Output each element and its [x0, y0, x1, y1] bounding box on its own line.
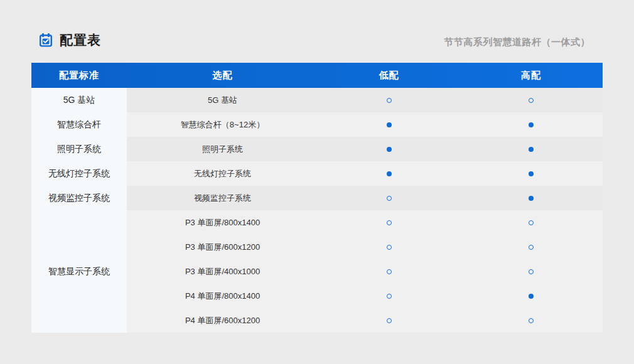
group-rows: 视频监控子系统 [127, 186, 603, 210]
high-config-cell [459, 161, 603, 186]
column-header-standard: 配置标准 [31, 63, 127, 88]
group-rows: 5G 基站 [127, 88, 603, 112]
dot-open-icon [529, 245, 534, 250]
table-row: 视频监控子系统 [127, 186, 603, 210]
page-title: 配置表 [60, 31, 101, 49]
table-row: 照明子系统 [127, 137, 603, 161]
dot-open-icon [387, 269, 392, 274]
low-config-cell [318, 210, 459, 235]
option-cell: 智慧综合杆（8~12米） [127, 112, 318, 137]
table-row: P4 单面屏/800x1400 [127, 284, 603, 308]
dot-open-icon [387, 196, 392, 201]
standard-cell: 智慧综合杆 [31, 112, 127, 137]
option-cell: 无线灯控子系统 [127, 161, 318, 186]
dot-open-icon [529, 318, 534, 323]
page-subtitle: 节节高系列智慧道路杆（一体式） [444, 36, 591, 48]
table-group: 无线灯控子系统无线灯控子系统 [31, 161, 603, 186]
dot-open-icon [387, 318, 392, 323]
option-cell: P3 单面屏/400x1000 [127, 259, 318, 284]
column-header-low: 低配 [318, 63, 459, 88]
column-header-optional: 选配 [127, 63, 318, 88]
column-header-high: 高配 [459, 63, 603, 88]
low-config-cell [318, 161, 459, 186]
dot-open-icon [387, 245, 392, 250]
standard-cell: 视频监控子系统 [31, 186, 127, 210]
high-config-cell [459, 137, 603, 161]
high-config-cell [459, 112, 603, 137]
option-cell: P4 单面屏/600x1200 [127, 308, 318, 333]
high-config-cell [459, 235, 603, 259]
high-config-cell [459, 284, 603, 308]
dot-filled-icon [387, 147, 392, 152]
table-group: 智慧综合杆智慧综合杆（8~12米） [31, 112, 603, 137]
table-row: 5G 基站 [127, 88, 603, 112]
table-group: 照明子系统照明子系统 [31, 137, 603, 161]
dot-open-icon [387, 220, 392, 225]
dot-open-icon [529, 220, 534, 225]
standard-cell: 照明子系统 [31, 137, 127, 161]
dot-filled-icon [387, 171, 392, 176]
dot-filled-icon [529, 147, 534, 152]
table-row: 智慧综合杆（8~12米） [127, 112, 603, 137]
high-config-cell [459, 210, 603, 235]
high-config-cell [459, 259, 603, 284]
table-row: P3 单面屏/800x1400 [127, 210, 603, 235]
dot-filled-icon [529, 171, 534, 176]
low-config-cell [318, 284, 459, 308]
low-config-cell [318, 186, 459, 210]
option-cell: P3 单面屏/800x1400 [127, 210, 318, 235]
dot-open-icon [387, 294, 392, 299]
option-cell: P3 单面屏/600x1200 [127, 235, 318, 259]
table-row: 无线灯控子系统 [127, 161, 603, 186]
standard-cell: 无线灯控子系统 [31, 161, 127, 186]
table-body: 5G 基站5G 基站智慧综合杆智慧综合杆（8~12米）照明子系统照明子系统无线灯… [31, 88, 603, 333]
dot-open-icon [529, 98, 534, 103]
low-config-cell [318, 259, 459, 284]
low-config-cell [318, 308, 459, 333]
table-group: 智慧显示子系统P3 单面屏/800x1400P3 单面屏/600x1200P3 … [31, 210, 603, 333]
dot-filled-icon [529, 122, 534, 127]
table-row: P3 单面屏/600x1200 [127, 235, 603, 259]
group-rows: 无线灯控子系统 [127, 161, 603, 186]
group-rows: P3 单面屏/800x1400P3 单面屏/600x1200P3 单面屏/400… [127, 210, 603, 333]
option-cell: 视频监控子系统 [127, 186, 318, 210]
low-config-cell [318, 235, 459, 259]
low-config-cell [318, 137, 459, 161]
table-row: P4 单面屏/600x1200 [127, 308, 603, 333]
standard-cell: 智慧显示子系统 [31, 210, 127, 333]
table-header-row: 配置标准 选配 低配 高配 [31, 63, 603, 88]
table-row: P3 单面屏/400x1000 [127, 259, 603, 284]
dot-open-icon [387, 98, 392, 103]
page-header: 配置表 [38, 30, 101, 50]
dot-filled-icon [529, 196, 534, 201]
low-config-cell [318, 88, 459, 112]
group-rows: 照明子系统 [127, 137, 603, 161]
standard-cell: 5G 基站 [31, 88, 127, 112]
group-rows: 智慧综合杆（8~12米） [127, 112, 603, 137]
dot-open-icon [529, 269, 534, 274]
option-cell: 5G 基站 [127, 88, 318, 112]
high-config-cell [459, 308, 603, 333]
dot-filled-icon [387, 122, 392, 127]
low-config-cell [318, 112, 459, 137]
option-cell: P4 单面屏/800x1400 [127, 284, 318, 308]
high-config-cell [459, 186, 603, 210]
table-group: 5G 基站5G 基站 [31, 88, 603, 112]
calendar-check-icon [38, 33, 53, 48]
option-cell: 照明子系统 [127, 137, 318, 161]
table-group: 视频监控子系统视频监控子系统 [31, 186, 603, 210]
dot-filled-icon [529, 294, 534, 299]
high-config-cell [459, 88, 603, 112]
config-table: 配置标准 选配 低配 高配 5G 基站5G 基站智慧综合杆智慧综合杆（8~12米… [31, 63, 603, 333]
